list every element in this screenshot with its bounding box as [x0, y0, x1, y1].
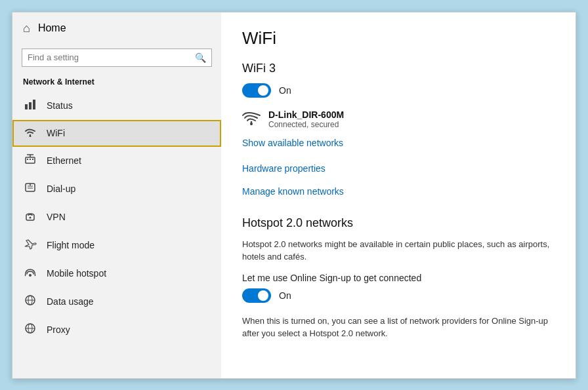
ethernet-icon — [23, 153, 37, 168]
hotspot-toggle-label: On — [279, 290, 291, 301]
wifi-toggle[interactable] — [242, 83, 271, 98]
network-row: D-Link_DIR-600M Connected, secured — [242, 109, 555, 129]
flightmode-icon — [23, 238, 37, 253]
sidebar-home[interactable]: ⌂ Home — [12, 12, 221, 45]
home-label: Home — [38, 22, 66, 34]
network-name: D-Link_DIR-600M — [268, 109, 344, 120]
svg-rect-7 — [27, 159, 28, 160]
proxy-label: Proxy — [47, 324, 70, 335]
dialup-icon — [23, 182, 37, 197]
hardware-properties-link[interactable]: Hardware properties — [242, 163, 326, 174]
search-box: 🔍 — [22, 49, 212, 67]
wifi-toggle-row: On — [242, 83, 555, 98]
svg-point-3 — [30, 135, 32, 137]
mobilehotspot-label: Mobile hotspot — [47, 268, 106, 279]
sidebar: ⌂ Home 🔍 Network & Internet Status — [12, 12, 221, 378]
search-icon: 🔍 — [195, 52, 206, 63]
sidebar-item-proxy[interactable]: Proxy — [12, 316, 221, 344]
hotspot-toggle-knob — [258, 290, 268, 301]
network-info: D-Link_DIR-600M Connected, secured — [268, 109, 344, 129]
hotspot-toggle[interactable] — [242, 288, 271, 303]
search-input[interactable] — [28, 52, 191, 62]
wifi-label: WiFi — [47, 128, 65, 138]
dialup-label: Dial-up — [47, 184, 75, 194]
sidebar-section-title: Network & Internet — [12, 73, 221, 92]
hotspot-title: Hotspot 2.0 networks — [242, 216, 555, 230]
svg-rect-9 — [32, 159, 33, 160]
toggle-knob — [258, 85, 268, 96]
sidebar-item-flightmode[interactable]: Flight mode — [12, 231, 221, 260]
home-icon: ⌂ — [23, 22, 30, 35]
datausage-label: Data usage — [47, 296, 94, 307]
status-label: Status — [47, 100, 73, 111]
sidebar-item-datausage[interactable]: Data usage — [12, 288, 221, 316]
sidebar-item-dialup[interactable]: Dial-up — [12, 175, 221, 203]
svg-point-14 — [30, 216, 32, 218]
settings-window: ⌂ Home 🔍 Network & Internet Status — [12, 12, 576, 379]
page-title: WiFi — [242, 28, 555, 49]
hotspot-description: Hotspot 2.0 networks might be available … — [242, 238, 555, 263]
svg-rect-4 — [26, 157, 35, 163]
svg-point-15 — [29, 274, 32, 277]
svg-rect-0 — [25, 104, 28, 109]
sidebar-item-mobilehotspot[interactable]: Mobile hotspot — [12, 260, 221, 288]
wifi-toggle-label: On — [279, 85, 291, 96]
network-status: Connected, secured — [268, 120, 344, 129]
wifi-signal-icon — [242, 111, 261, 128]
datausage-icon — [23, 294, 37, 309]
when-on-description: When this is turned on, you can see a li… — [242, 315, 555, 340]
mobilehotspot-icon — [23, 266, 37, 281]
ethernet-label: Ethernet — [47, 155, 81, 166]
manage-networks-link[interactable]: Manage known networks — [242, 186, 344, 197]
wifi3-title: WiFi 3 — [242, 62, 555, 75]
sidebar-item-wifi[interactable]: WiFi — [12, 120, 221, 147]
vpn-label: VPN — [47, 212, 66, 222]
proxy-icon — [23, 322, 37, 338]
svg-point-22 — [250, 123, 253, 125]
hotspot-toggle-row: On — [242, 288, 555, 303]
signup-label: Let me use Online Sign-up to get connect… — [242, 273, 555, 283]
hotspot-section: Hotspot 2.0 networks Hotspot 2.0 network… — [242, 216, 555, 340]
sidebar-item-status[interactable]: Status — [12, 92, 221, 120]
svg-rect-1 — [29, 102, 32, 109]
wifi-sidebar-icon — [23, 127, 37, 140]
vpn-icon — [23, 210, 37, 225]
main-content: WiFi WiFi 3 On D-Link_DIR-600M Connecte — [221, 12, 576, 378]
sidebar-item-vpn[interactable]: VPN — [12, 203, 221, 231]
sidebar-item-ethernet[interactable]: Ethernet — [12, 147, 221, 175]
svg-rect-2 — [33, 100, 35, 109]
show-networks-link[interactable]: Show available networks — [242, 138, 343, 148]
flightmode-label: Flight mode — [47, 240, 94, 250]
status-icon — [23, 98, 37, 113]
svg-rect-8 — [30, 159, 31, 160]
